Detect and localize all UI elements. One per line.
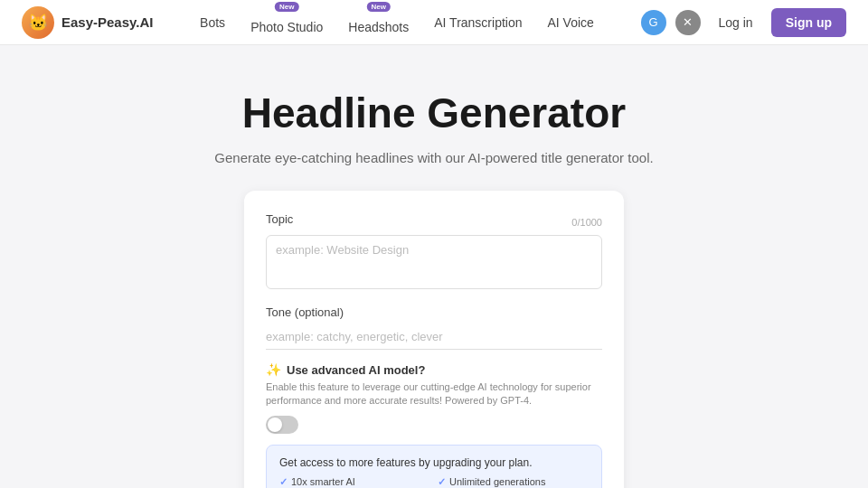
tone-label: Tone (optional) xyxy=(266,305,602,319)
form-card: Topic 0/1000 Tone (optional) ✨ Use advan… xyxy=(244,191,624,488)
nav: Bots New Photo Studio New Headshots AI T… xyxy=(200,11,594,34)
header-right: G ✕ Log in Sign up xyxy=(641,8,846,37)
logo-icon: 🐱 xyxy=(22,6,54,39)
ai-description: Enable this feature to leverage our cutt… xyxy=(266,380,602,408)
check-icon-2: ✓ xyxy=(438,476,446,488)
upgrade-features: ✓ 10x smarter AI ✓ Unlimited generations… xyxy=(279,476,589,488)
feature-item-2: ✓ Unlimited generations xyxy=(438,476,589,488)
topic-label: Topic xyxy=(266,212,293,226)
tone-section: Tone (optional) xyxy=(266,305,602,362)
nav-item-headshots[interactable]: New Headshots xyxy=(348,11,409,34)
nav-item-photo-studio[interactable]: New Photo Studio xyxy=(250,11,323,34)
nav-item-ai-voice[interactable]: AI Voice xyxy=(548,15,594,30)
main-content: Headline Generator Generate eye-catching… xyxy=(0,45,868,488)
topic-field-header: Topic 0/1000 xyxy=(266,212,602,231)
ai-toggle[interactable] xyxy=(266,416,298,434)
feature-label-1: 10x smarter AI xyxy=(291,476,355,487)
ai-label-row: ✨ Use advanced AI model? xyxy=(266,362,602,377)
ai-sparkle-icon: ✨ xyxy=(266,362,281,377)
logo[interactable]: 🐱 Easy-Peasy.AI xyxy=(22,6,153,39)
ai-label-text: Use advanced AI model? xyxy=(287,363,425,377)
close-icon-gray[interactable]: ✕ xyxy=(675,10,701,35)
topic-input[interactable] xyxy=(266,235,602,289)
char-count: 0/1000 xyxy=(571,217,602,228)
upgrade-banner-text: Get access to more features by upgrading… xyxy=(279,456,589,469)
login-button[interactable]: Log in xyxy=(710,10,762,35)
nav-item-transcription[interactable]: AI Transcription xyxy=(434,15,522,30)
feature-item-1: ✓ 10x smarter AI xyxy=(279,476,430,488)
upgrade-banner: Get access to more features by upgrading… xyxy=(266,445,602,488)
headshots-badge: New xyxy=(367,2,391,12)
signup-button[interactable]: Sign up xyxy=(771,8,846,37)
page-title: Headline Generator xyxy=(242,89,626,137)
tone-input[interactable] xyxy=(266,324,602,350)
ai-section: ✨ Use advanced AI model? Enable this fea… xyxy=(266,362,602,434)
check-icon-1: ✓ xyxy=(279,476,288,488)
photo-studio-badge: New xyxy=(275,2,298,12)
header: 🐱 Easy-Peasy.AI Bots New Photo Studio Ne… xyxy=(0,0,868,45)
nav-item-bots[interactable]: Bots xyxy=(200,15,225,30)
user-icon-blue[interactable]: G xyxy=(641,10,666,35)
page-subtitle: Generate eye-catching headlines with our… xyxy=(214,150,653,165)
feature-label-2: Unlimited generations xyxy=(449,476,545,487)
logo-text: Easy-Peasy.AI xyxy=(61,14,153,30)
